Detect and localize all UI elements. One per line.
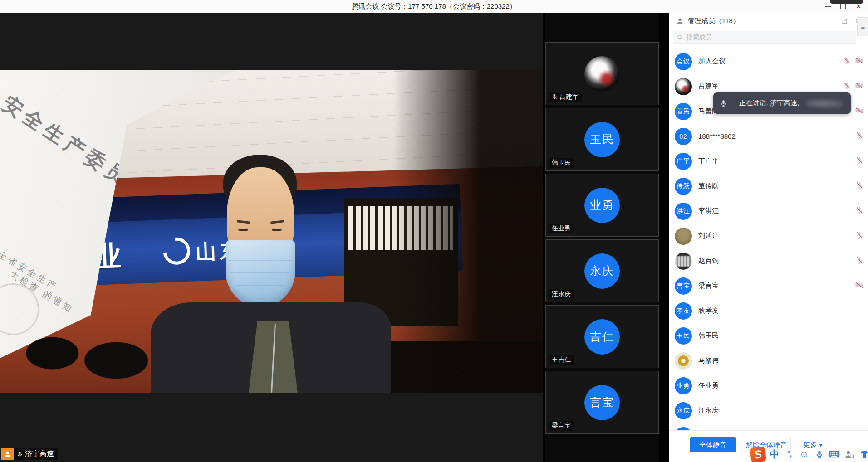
active-speaker-label: 济宇高速	[14, 448, 58, 460]
participant-avatar: 业勇	[584, 188, 620, 223]
speaker-video: 业 山东交运 远 安全生产委员会工作 全省安全生产 大检查 的通知	[0, 70, 543, 393]
member-name: 韩玉民	[698, 331, 719, 340]
member-row[interactable]: 02 188****3802	[669, 124, 868, 149]
restore-button[interactable]	[835, 0, 851, 13]
soft-keyboard-icon[interactable]	[828, 448, 840, 461]
mic-muted-icon[interactable]	[856, 231, 863, 241]
mic-muted-icon	[552, 93, 558, 101]
participant-name-label: 韩玉民	[549, 158, 574, 168]
member-row[interactable]: 赵百钧	[669, 248, 868, 273]
mic-muted-icon[interactable]	[856, 181, 863, 191]
participant-avatar: 玉民	[584, 122, 620, 157]
skin-icon[interactable]	[858, 448, 868, 461]
member-avatar: 洪江	[675, 203, 692, 220]
member-name: 丁广平	[698, 157, 719, 165]
popout-panel-icon[interactable]	[839, 16, 849, 26]
member-avatar: 玉民	[675, 327, 692, 345]
member-avatar: 言宝	[675, 277, 692, 295]
member-row[interactable]: 玉民 韩玉民	[669, 323, 868, 348]
mic-muted-icon[interactable]	[856, 206, 863, 216]
member-avatar: 永庆	[675, 402, 692, 419]
mic-muted-icon[interactable]	[856, 131, 863, 141]
member-avatar: 02	[675, 128, 692, 145]
titlebar: 腾讯会议 会议号：177 570 178（会议密码：220322）	[0, 0, 868, 13]
participant-name-label: 吕建军	[549, 92, 582, 102]
member-row[interactable]: 会议 加入会议	[669, 49, 868, 74]
window-controls: ✕	[820, 0, 866, 13]
member-avatar	[675, 228, 692, 245]
participant-name-label: 王吉仁	[549, 355, 574, 365]
account-icon[interactable]	[843, 448, 855, 461]
shandong-jiaoyun-logo-icon	[157, 232, 196, 270]
chinese-mode-icon[interactable]: 中	[768, 448, 780, 461]
member-row[interactable]: 马修伟	[669, 348, 868, 373]
close-button[interactable]: ✕	[851, 0, 866, 13]
meeting-title: 腾讯会议 会议号：177 570 178（会议密码：220322）	[0, 0, 868, 13]
camera-muted-icon[interactable]	[855, 281, 863, 291]
member-avatar: 业勇	[675, 377, 692, 394]
member-row[interactable]: 洪江 李洪江	[669, 199, 868, 224]
mic-muted-icon[interactable]	[856, 156, 863, 166]
participant-name-label: 任业勇	[549, 224, 574, 233]
search-icon	[677, 34, 683, 40]
video-thumbnail[interactable]: 永庆 汪永庆	[545, 239, 659, 302]
member-avatar	[675, 253, 692, 270]
participant-avatar	[584, 56, 620, 92]
member-name: 董传跃	[698, 182, 719, 190]
member-name: 赵百钧	[698, 257, 719, 265]
member-row[interactable]: 业勇 任业勇	[669, 373, 868, 398]
member-name: 耿孝友	[698, 306, 719, 315]
sogou-logo-icon[interactable]: S	[750, 446, 766, 462]
hamburger-icon: ≡	[861, 23, 865, 31]
member-name: 李洪江	[698, 207, 719, 215]
emoji-icon[interactable]: ☺	[798, 448, 810, 461]
mic-muted-icon[interactable]	[843, 82, 851, 92]
member-row[interactable]: 永庆 汪永庆	[669, 398, 868, 423]
participant-name-label: 梁言宝	[549, 421, 574, 431]
search-input[interactable]	[686, 33, 852, 41]
mute-all-button[interactable]: 全体静音	[690, 437, 736, 452]
video-thumbnail[interactable]: 业勇 任业勇	[545, 174, 659, 237]
mic-icon	[720, 99, 727, 107]
video-thumbnail[interactable]: 玉民 韩玉民	[545, 108, 659, 171]
ime-toolbar: S 中 °, ☺	[750, 446, 868, 462]
panel-collapse-handle[interactable]: ≡	[857, 17, 868, 36]
member-management-panel: 管理成员（118） ✕ 会议 加入会议	[669, 13, 868, 462]
voice-input-icon[interactable]	[813, 448, 825, 461]
mic-muted-icon[interactable]	[843, 57, 851, 67]
member-name: 加入会议	[698, 57, 726, 66]
member-avatar	[675, 352, 692, 370]
minimize-icon	[825, 6, 831, 7]
thumbnail-strip: 吕建军 玉民 韩玉民 业勇 任业勇 永庆 汪永庆	[545, 13, 659, 462]
minimize-button[interactable]	[820, 0, 835, 13]
punctuation-icon[interactable]: °,	[783, 448, 795, 461]
speaking-toast-text: 正在讲话: 济宇高速;	[739, 99, 799, 107]
member-name: 吕建军	[698, 82, 719, 91]
member-name: 汪永庆	[698, 406, 719, 415]
mic-active-icon	[16, 451, 23, 458]
video-thumbnail[interactable]: 吉仁 王吉仁	[545, 305, 659, 368]
participant-avatar: 言宝	[584, 385, 620, 420]
speaking-toast: 正在讲话: 济宇高速;	[713, 92, 851, 114]
participant-avatar: 永庆	[584, 253, 620, 289]
member-avatar: 广平	[675, 153, 692, 170]
active-speaker-name: 济宇高速	[25, 449, 54, 459]
close-icon: ✕	[856, 2, 862, 10]
camera-muted-icon[interactable]	[855, 107, 863, 116]
main-video-area: 业 山东交运 远 安全生产委员会工作 全省安全生产 大检查 的通知	[0, 13, 543, 462]
member-row[interactable]: 刘延让	[669, 224, 868, 248]
member-name: 马修伟	[698, 356, 719, 365]
member-avatar: 会议	[675, 53, 692, 70]
camera-muted-icon[interactable]	[855, 82, 863, 91]
video-thumbnail[interactable]: 吕建军	[545, 42, 659, 105]
video-thumbnail[interactable]: 言宝 梁言宝	[545, 371, 659, 434]
member-name: 188****3802	[698, 132, 736, 140]
mic-muted-icon[interactable]	[856, 256, 863, 266]
member-row[interactable]: 传跃 董传跃	[669, 174, 868, 199]
member-row[interactable]: 孝友 耿孝友	[669, 298, 868, 323]
camera-muted-icon[interactable]	[855, 57, 863, 66]
member-row[interactable]: 广平 丁广平	[669, 149, 868, 174]
member-avatar	[675, 78, 692, 95]
member-row[interactable]: 言宝 梁言宝	[669, 273, 868, 298]
search-box[interactable]	[673, 31, 856, 44]
